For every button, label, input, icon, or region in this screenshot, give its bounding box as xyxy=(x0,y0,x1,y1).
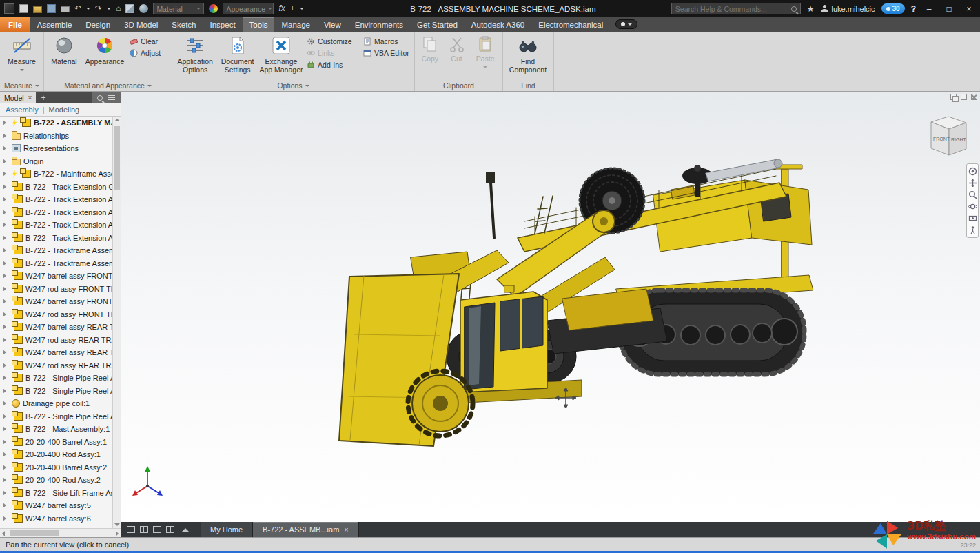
my-home-tab[interactable]: My Home xyxy=(201,522,253,537)
expand-arrow-icon[interactable] xyxy=(3,184,9,190)
add-icon[interactable]: + xyxy=(290,4,295,13)
panel-close-icon[interactable]: × xyxy=(28,94,32,101)
tree-item[interactable]: B-722 - Trackframe Assemb xyxy=(0,257,112,270)
ribbon-tab[interactable]: Environments xyxy=(348,17,410,32)
notification-badge[interactable]: 30 xyxy=(881,3,905,14)
expand-arrow-icon[interactable] xyxy=(3,133,9,139)
expand-arrow-icon[interactable] xyxy=(3,465,9,470)
expand-arrow-icon[interactable] xyxy=(3,286,9,292)
material-button[interactable]: Material xyxy=(46,34,82,66)
ribbon-tab[interactable]: Autodesk A360 xyxy=(465,17,531,32)
screencast-record-button[interactable] xyxy=(615,19,637,29)
measure-group-label[interactable]: Measure xyxy=(0,80,43,91)
ribbon-tab[interactable]: Get Started xyxy=(410,17,465,32)
tree-item[interactable]: B-722 - Track Extension Gui xyxy=(0,181,112,194)
ribbon-tab[interactable]: Design xyxy=(79,17,117,32)
expand-arrow-icon[interactable] xyxy=(3,299,9,304)
tree-item[interactable]: B-722 - Trackframe Assemb xyxy=(0,244,112,257)
expand-arrow-icon[interactable] xyxy=(3,324,9,330)
expand-arrow-icon[interactable] xyxy=(3,452,9,457)
macros-button[interactable]: Macros xyxy=(361,37,412,46)
tree-item[interactable]: W247 barrel assy REAR TRA xyxy=(0,346,112,359)
expand-arrow-icon[interactable] xyxy=(3,222,9,228)
tree-item[interactable]: W247 barrel assy:6 xyxy=(0,512,112,525)
tree-item[interactable]: 20-20-400 Barrel Assy:1 xyxy=(0,436,112,449)
add-ins-button[interactable]: Add-Ins xyxy=(305,60,360,70)
pan-icon[interactable] xyxy=(968,179,977,188)
tree-item[interactable]: B-722 - Single Pipe Reel Ass xyxy=(0,410,112,423)
vba-editor-button[interactable]: VBA Editor xyxy=(361,48,412,58)
options-group-label[interactable]: Options xyxy=(172,80,414,91)
help-icon[interactable]: ? xyxy=(911,4,916,14)
app-menu-icon[interactable] xyxy=(4,3,14,14)
tree-item[interactable]: B-722 - Track Extension Ass xyxy=(0,206,112,219)
maximize-button[interactable]: □ xyxy=(942,4,956,14)
expand-arrow-icon[interactable] xyxy=(3,350,9,355)
mode-assembly-link[interactable]: Assembly xyxy=(6,105,39,114)
adjust-button[interactable]: Adjust xyxy=(127,48,163,58)
ribbon-tab[interactable]: Electromechanical xyxy=(531,17,610,32)
full-navigation-wheel-icon[interactable] xyxy=(968,167,977,176)
home-view-icon[interactable]: ⌂ xyxy=(116,4,121,13)
scrollbar-thumb[interactable] xyxy=(114,126,120,190)
tree-item[interactable]: W247 barrel assy:5 xyxy=(0,499,112,512)
viewport-canvas[interactable]: FRONT RIGHT xyxy=(121,92,980,522)
expand-arrow-icon[interactable] xyxy=(3,235,9,241)
tab-close-icon[interactable]: × xyxy=(344,525,348,534)
scroll-left-icon[interactable] xyxy=(2,531,5,536)
tree-vertical-scrollbar[interactable] xyxy=(112,117,121,528)
expand-arrow-icon[interactable] xyxy=(3,426,9,432)
scroll-up-icon[interactable] xyxy=(114,119,120,121)
tile-vertical-icon[interactable] xyxy=(166,526,174,533)
new-file-icon[interactable] xyxy=(19,4,28,13)
expand-arrow-icon[interactable] xyxy=(3,159,9,164)
minimize-button[interactable]: – xyxy=(922,4,936,14)
tree-item[interactable]: B-722 - Track Extension Ass xyxy=(0,193,112,206)
expand-dock-icon[interactable] xyxy=(182,528,189,532)
ribbon-tab[interactable]: File xyxy=(0,17,30,32)
clear-button[interactable]: Clear xyxy=(127,37,163,46)
expand-arrow-icon[interactable] xyxy=(3,490,9,496)
material-dropdown[interactable]: Material xyxy=(153,3,204,14)
undo-dropdown-icon[interactable] xyxy=(86,8,90,12)
browser-search-icon[interactable] xyxy=(97,95,103,101)
search-icon[interactable] xyxy=(791,6,797,12)
walk-icon[interactable] xyxy=(968,225,977,234)
expand-arrow-icon[interactable] xyxy=(3,414,9,419)
appearance-dropdown[interactable]: Appearance xyxy=(223,3,274,14)
tree-item[interactable]: W247 rod assy FRONT TRAC xyxy=(0,283,112,296)
visual-style-icon[interactable] xyxy=(125,4,134,13)
zoom-icon[interactable] xyxy=(968,190,977,199)
expand-arrow-icon[interactable] xyxy=(3,120,9,125)
tree-item[interactable]: B-722 - Side Lift Frame Asse xyxy=(0,487,112,500)
ribbon-tab[interactable]: Tools xyxy=(243,17,275,32)
tree-item[interactable]: B-722 - Track Extension Ass xyxy=(0,219,112,232)
tree-horizontal-scrollbar[interactable] xyxy=(0,528,121,537)
tree-item[interactable]: B-722 - Mainframe Asse xyxy=(0,168,112,181)
expand-arrow-icon[interactable] xyxy=(3,273,9,279)
ribbon-tab[interactable]: Assemble xyxy=(30,17,79,32)
qat-customize-icon[interactable] xyxy=(300,8,304,12)
tree-item[interactable]: W247 barrel assy FRONT TF xyxy=(0,295,112,308)
tree-item[interactable]: W247 rod assy REAR TRACK xyxy=(0,359,112,372)
expand-arrow-icon[interactable] xyxy=(3,363,9,368)
tree-item[interactable]: Representations xyxy=(0,142,112,155)
ribbon-tab[interactable]: Inspect xyxy=(203,17,243,32)
customize-button[interactable]: Customize xyxy=(305,37,360,46)
account-menu[interactable]: luke.mihelcic xyxy=(821,5,875,13)
tree-item[interactable]: W247 barrel assy REAR TRA xyxy=(0,321,112,334)
tree-item[interactable]: 20-20-400 Rod Assy:2 xyxy=(0,474,112,487)
expand-arrow-icon[interactable] xyxy=(3,503,9,508)
save-icon[interactable] xyxy=(47,4,56,13)
search-input[interactable] xyxy=(675,5,788,13)
expand-arrow-icon[interactable] xyxy=(3,516,9,521)
3d-viewport[interactable]: FRONT RIGHT xyxy=(121,92,980,522)
expand-arrow-icon[interactable] xyxy=(3,337,9,343)
add-panel-tab-button[interactable]: + xyxy=(36,93,50,103)
application-options-button[interactable]: Application Options xyxy=(174,34,216,74)
redo-button[interactable]: ↷ xyxy=(95,4,102,13)
find-component-button[interactable]: Find Component xyxy=(505,34,551,74)
paste-button[interactable]: Paste xyxy=(470,34,500,70)
tree-item[interactable]: B-722 - ASSEMBLY MACH xyxy=(0,117,112,130)
browser-menu-icon[interactable] xyxy=(108,95,115,101)
